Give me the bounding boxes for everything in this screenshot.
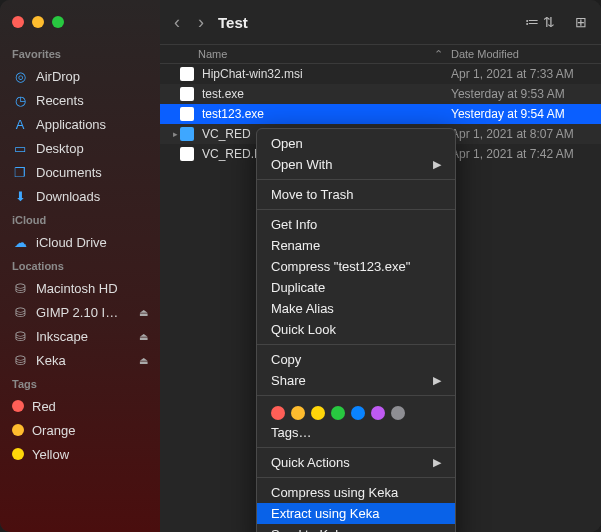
menu-item-label: Copy — [271, 352, 301, 367]
menu-item[interactable]: Quick Look — [257, 319, 455, 340]
disk-icon: ⛁ — [12, 353, 28, 368]
file-icon — [180, 107, 194, 121]
sidebar-item-label: Applications — [36, 117, 106, 132]
eject-icon[interactable]: ⏏ — [139, 307, 148, 318]
tag-color[interactable] — [311, 406, 325, 420]
menu-item[interactable]: Compress using Keka — [257, 482, 455, 503]
context-menu: OpenOpen With▶Move to TrashGet InfoRenam… — [256, 128, 456, 532]
minimize-window[interactable] — [32, 16, 44, 28]
disk-icon: ⛁ — [12, 281, 28, 296]
menu-item[interactable]: Move to Trash — [257, 184, 455, 205]
menu-item-label: Quick Look — [271, 322, 336, 337]
sidebar-item[interactable]: ◷Recents — [0, 88, 160, 112]
zoom-window[interactable] — [52, 16, 64, 28]
icloud-icon: ☁ — [12, 235, 28, 250]
sidebar-item-label: Inkscape — [36, 329, 88, 344]
menu-item-label: Make Alias — [271, 301, 334, 316]
back-button[interactable]: ‹ — [174, 12, 180, 33]
menu-item-label: Rename — [271, 238, 320, 253]
menu-item[interactable]: Quick Actions▶ — [257, 452, 455, 473]
tag-color[interactable] — [291, 406, 305, 420]
recents-icon: ◷ — [12, 93, 28, 108]
desktop-icon: ▭ — [12, 141, 28, 156]
menu-item[interactable]: Extract using Keka — [257, 503, 455, 524]
apps-icon: A — [12, 117, 28, 132]
sidebar-item[interactable]: ▭Desktop — [0, 136, 160, 160]
menu-separator — [257, 209, 455, 210]
eject-icon[interactable]: ⏏ — [139, 331, 148, 342]
sidebar-item[interactable]: ⛁GIMP 2.10 I…⏏ — [0, 300, 160, 324]
menu-item-label: Quick Actions — [271, 455, 350, 470]
menu-item[interactable]: Send to Keka — [257, 524, 455, 532]
file-icon — [180, 67, 194, 81]
file-icon — [180, 147, 194, 161]
disk-icon: ⛁ — [12, 305, 28, 320]
file-row[interactable]: test123.exeYesterday at 9:54 AM — [160, 104, 601, 124]
tag-color[interactable] — [331, 406, 345, 420]
column-name[interactable]: Name — [198, 48, 227, 60]
folder-icon — [180, 127, 194, 141]
sidebar-item[interactable]: AApplications — [0, 112, 160, 136]
sidebar-item[interactable]: ❐Documents — [0, 160, 160, 184]
sidebar-item-label: Yellow — [32, 447, 69, 462]
menu-item[interactable]: Make Alias — [257, 298, 455, 319]
menu-separator — [257, 477, 455, 478]
file-date: Yesterday at 9:54 AM — [451, 107, 601, 121]
sidebar-item[interactable]: ⬇Downloads — [0, 184, 160, 208]
sidebar-item-label: iCloud Drive — [36, 235, 107, 250]
menu-item-label: Open — [271, 136, 303, 151]
forward-button[interactable]: › — [198, 12, 204, 33]
submenu-arrow-icon: ▶ — [433, 158, 441, 171]
column-date[interactable]: Date Modified — [451, 48, 601, 60]
tag-color[interactable] — [391, 406, 405, 420]
file-date: Apr 1, 2021 at 7:33 AM — [451, 67, 601, 81]
close-window[interactable] — [12, 16, 24, 28]
menu-item-label: Open With — [271, 157, 332, 172]
menu-item[interactable]: Compress "test123.exe" — [257, 256, 455, 277]
menu-item[interactable]: Open — [257, 133, 455, 154]
menu-item[interactable]: Duplicate — [257, 277, 455, 298]
menu-item[interactable]: Copy — [257, 349, 455, 370]
menu-item[interactable]: Get Info — [257, 214, 455, 235]
sidebar-item-label: Recents — [36, 93, 84, 108]
finder-window: Favorites◎AirDrop◷RecentsAApplications▭D… — [0, 0, 601, 532]
menu-separator — [257, 179, 455, 180]
file-name: HipChat-win32.msi — [198, 67, 451, 81]
sidebar-item[interactable]: Red — [0, 394, 160, 418]
sidebar-item-label: Red — [32, 399, 56, 414]
folder-title: Test — [218, 14, 248, 31]
submenu-arrow-icon: ▶ — [433, 456, 441, 469]
menu-separator — [257, 447, 455, 448]
sidebar-item-label: Orange — [32, 423, 75, 438]
menu-item-label: Send to Keka — [271, 527, 349, 532]
sidebar-item[interactable]: ⛁Inkscape⏏ — [0, 324, 160, 348]
file-row[interactable]: test.exeYesterday at 9:53 AM — [160, 84, 601, 104]
sidebar-item[interactable]: Orange — [0, 418, 160, 442]
tag-color[interactable] — [371, 406, 385, 420]
menu-item[interactable]: Share▶ — [257, 370, 455, 391]
tag-color[interactable] — [271, 406, 285, 420]
file-row[interactable]: HipChat-win32.msiApr 1, 2021 at 7:33 AM — [160, 64, 601, 84]
tag-color[interactable] — [351, 406, 365, 420]
view-options-button[interactable]: ≔ ⇅ — [525, 14, 555, 30]
disclosure-triangle[interactable]: ▸ — [173, 129, 178, 139]
sidebar-item[interactable]: ◎AirDrop — [0, 64, 160, 88]
menu-item-label: Duplicate — [271, 280, 325, 295]
sidebar-item-label: GIMP 2.10 I… — [36, 305, 118, 320]
toolbar-more-button[interactable]: ⊞ — [575, 14, 587, 30]
sidebar-item-label: Downloads — [36, 189, 100, 204]
sidebar-item-label: Desktop — [36, 141, 84, 156]
sidebar-item[interactable]: ⛁Macintosh HD — [0, 276, 160, 300]
file-date: Apr 1, 2021 at 7:42 AM — [451, 147, 601, 161]
menu-separator — [257, 344, 455, 345]
menu-separator — [257, 395, 455, 396]
sidebar-section-title: Tags — [0, 372, 160, 394]
sidebar-item[interactable]: ⛁Keka⏏ — [0, 348, 160, 372]
eject-icon[interactable]: ⏏ — [139, 355, 148, 366]
menu-item[interactable]: Open With▶ — [257, 154, 455, 175]
sidebar-item[interactable]: ☁iCloud Drive — [0, 230, 160, 254]
menu-item[interactable]: Tags… — [257, 422, 455, 443]
sidebar-item[interactable]: Yellow — [0, 442, 160, 466]
sort-indicator: ⌃ — [434, 48, 443, 61]
menu-item[interactable]: Rename — [257, 235, 455, 256]
